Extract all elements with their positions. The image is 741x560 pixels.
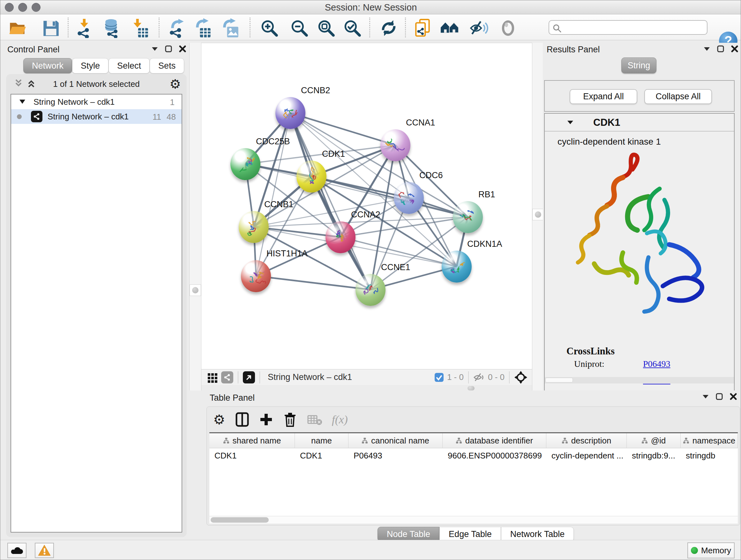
network-edge[interactable]: [256, 276, 370, 290]
export-network-button[interactable]: [168, 18, 188, 38]
network-node-CCNA2[interactable]: [326, 221, 355, 253]
gene-header-row[interactable]: CDK1: [545, 114, 734, 132]
network-node-CDC6[interactable]: [394, 182, 424, 214]
add-column-icon[interactable]: [259, 413, 273, 427]
tab-network[interactable]: Network: [23, 58, 72, 73]
search-field[interactable]: [549, 20, 708, 35]
table-cell[interactable]: CDK1: [295, 448, 348, 462]
tab-select[interactable]: Select: [109, 58, 150, 73]
network-node-HIST1H1A[interactable]: [241, 260, 271, 292]
zoom-in-button[interactable]: [259, 18, 279, 38]
tab-sets[interactable]: Sets: [150, 58, 184, 73]
delete-column-icon[interactable]: [283, 412, 297, 428]
network-node-CDK1[interactable]: [296, 161, 327, 192]
detach-view-icon[interactable]: [243, 371, 255, 383]
results-scrollbar[interactable]: [545, 377, 734, 383]
table-cell[interactable]: stringdb: [681, 448, 738, 462]
birdseye-toggle-button[interactable]: [498, 18, 518, 38]
memory-button[interactable]: Memory: [687, 543, 735, 558]
cloud-status-button[interactable]: [7, 543, 26, 558]
table-cell[interactable]: 9606.ENSP00000378699: [443, 448, 546, 462]
table-cell[interactable]: cyclin-dependent ...: [546, 448, 627, 462]
export-table-button[interactable]: [194, 18, 214, 38]
zoom-selected-button[interactable]: [342, 18, 362, 38]
node-label-CDKN1A[interactable]: CDKN1A: [467, 239, 502, 249]
network-node-CCNB2[interactable]: [275, 97, 306, 129]
network-node-CDC25B[interactable]: [230, 148, 260, 180]
apply-layout-button[interactable]: [440, 18, 460, 38]
tab-string[interactable]: String: [621, 57, 657, 73]
panel-menu-icon[interactable]: [704, 47, 710, 51]
node-label-CCNB2[interactable]: CCNB2: [301, 85, 330, 96]
network-node-CCNA1[interactable]: [381, 129, 410, 161]
clone-network-button[interactable]: [413, 18, 433, 38]
column-header-sharedname[interactable]: shared name: [209, 433, 295, 448]
network-node-CCNB1[interactable]: [239, 211, 269, 243]
save-session-button[interactable]: [41, 18, 61, 38]
network-node-CCNE1[interactable]: [355, 274, 386, 306]
table-row[interactable]: CDK1CDK1P064939606.ENSP00000378699cyclin…: [209, 448, 738, 462]
selected-checkbox-icon[interactable]: [434, 373, 444, 382]
network-options-gear-icon[interactable]: ⚙: [170, 77, 181, 91]
zoom-fit-button[interactable]: [316, 18, 336, 38]
panel-close-icon[interactable]: [730, 393, 737, 400]
splitter-grip[interactable]: [532, 209, 544, 220]
right-splitter[interactable]: [532, 43, 544, 390]
expand-all-button[interactable]: Expand All: [569, 89, 637, 104]
tab-edge-table[interactable]: Edge Table: [440, 527, 501, 542]
birdseye-crosshair-icon[interactable]: [514, 371, 528, 384]
search-input[interactable]: [564, 22, 704, 33]
import-network-button[interactable]: [75, 18, 95, 38]
node-label-CCNE1[interactable]: CCNE1: [381, 262, 410, 272]
tab-network-table[interactable]: Network Table: [501, 527, 574, 542]
left-splitter[interactable]: [189, 43, 201, 390]
table-cell[interactable]: CDK1: [209, 448, 295, 462]
node-label-CCNA1[interactable]: CCNA1: [406, 118, 435, 128]
column-header-id[interactable]: @id: [627, 433, 681, 448]
column-header-description[interactable]: description: [546, 433, 627, 448]
panel-close-icon[interactable]: [179, 45, 186, 52]
column-header-name[interactable]: name: [295, 433, 348, 448]
network-canvas[interactable]: CCNB2CCNA1CDC25BCDK1CDC6RB1CCNB1CCNA2CDK…: [201, 43, 532, 369]
column-header-namespace[interactable]: namespace: [681, 433, 738, 448]
warnings-button[interactable]: [35, 543, 54, 558]
node-label-CDC6[interactable]: CDC6: [419, 171, 443, 180]
string-network-badge-icon[interactable]: [221, 371, 233, 383]
refresh-view-button[interactable]: [379, 18, 399, 38]
panel-menu-icon[interactable]: [151, 47, 158, 51]
panel-close-icon[interactable]: [731, 45, 738, 52]
node-label-RB1[interactable]: RB1: [478, 190, 495, 199]
bottom-splitter-grip[interactable]: [468, 386, 475, 390]
node-label-CCNB1[interactable]: CCNB1: [264, 199, 293, 209]
panel-float-icon[interactable]: [165, 45, 172, 52]
zoom-out-button[interactable]: [289, 18, 309, 38]
network-edge[interactable]: [290, 113, 370, 290]
export-image-button[interactable]: [221, 18, 241, 38]
panel-float-icon[interactable]: [716, 393, 723, 400]
table-horizontal-scrollbar[interactable]: [209, 516, 738, 523]
column-header-canonicalname[interactable]: canonical name: [348, 433, 443, 448]
node-label-CDC25B[interactable]: CDC25B: [256, 137, 290, 146]
network-node-RB1[interactable]: [453, 201, 483, 233]
crosslink-value-link[interactable]: P06493: [643, 359, 670, 369]
table-options-gear-icon[interactable]: ⚙: [213, 412, 225, 428]
node-label-HIST1H1A[interactable]: HIST1H1A: [266, 249, 308, 259]
collapse-all-button[interactable]: Collapse All: [644, 89, 712, 104]
open-session-button[interactable]: [7, 18, 27, 38]
tree-expand-icon[interactable]: [19, 100, 25, 104]
show-hide-graphics-button[interactable]: [469, 18, 488, 38]
node-label-CDK1[interactable]: CDK1: [322, 149, 345, 159]
tab-style[interactable]: Style: [72, 58, 109, 73]
network-collection-row[interactable]: String Network – cdk1 1: [11, 95, 182, 109]
import-table-button[interactable]: [130, 18, 150, 38]
tab-node-table[interactable]: Node Table: [378, 527, 440, 542]
panel-float-icon[interactable]: [717, 45, 724, 52]
splitter-grip[interactable]: [190, 285, 201, 296]
network-node-CDKN1A[interactable]: [442, 251, 472, 283]
node-label-CCNA2[interactable]: CCNA2: [351, 210, 381, 220]
gene-collapse-icon[interactable]: [567, 120, 574, 125]
grid-view-icon[interactable]: [206, 371, 219, 383]
table-cell[interactable]: stringdb:9...: [627, 448, 681, 462]
import-network-from-database-button[interactable]: [102, 18, 122, 38]
table-cell[interactable]: P06493: [348, 448, 443, 462]
